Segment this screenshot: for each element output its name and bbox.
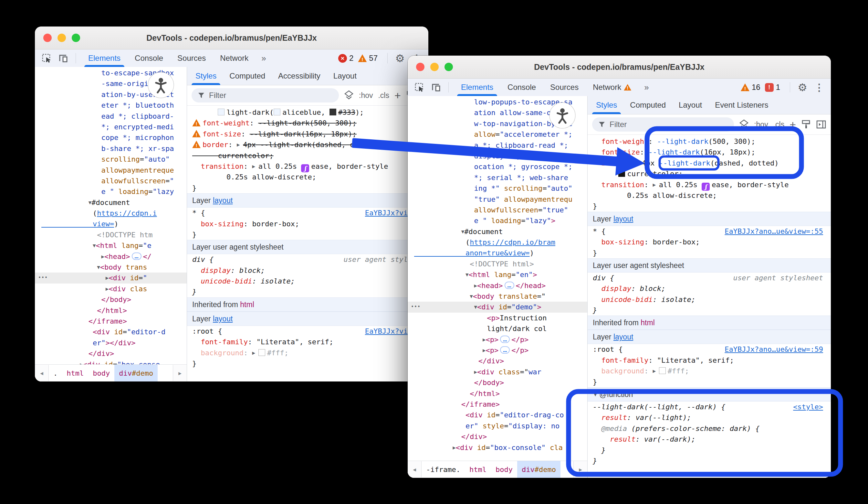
tab-layout[interactable]: Layout bbox=[672, 96, 709, 114]
titlebar[interactable]: DevTools - codepen.io/bramus/pen/EaYBJJx bbox=[35, 27, 428, 49]
stylesheet-source-link[interactable]: user agent stylesheet bbox=[733, 273, 823, 283]
section-header[interactable]: Layer user agent stylesheet bbox=[588, 258, 831, 273]
code-line[interactable]: * {EaYBJJx?view= bbox=[192, 208, 423, 218]
code-line[interactable]: ▶<p>…</p> bbox=[414, 345, 587, 356]
code-line[interactable]: ▼<body translate=" bbox=[414, 291, 587, 302]
code-line[interactable]: </body> bbox=[414, 377, 587, 388]
code-line[interactable]: er"></div> bbox=[41, 337, 187, 348]
hover-toggle[interactable]: :hov bbox=[754, 120, 768, 129]
code-line[interactable]: <div id="editor-d bbox=[41, 326, 187, 337]
tab-styles[interactable]: Styles bbox=[590, 96, 623, 114]
code-line[interactable]: result: var(--dark); bbox=[593, 434, 826, 444]
breadcrumb-item[interactable]: div#demo bbox=[517, 461, 560, 478]
titlebar[interactable]: DevTools - codepen.io/bramus/pen/EaYBJJx bbox=[408, 56, 831, 79]
code-line[interactable]: } bbox=[593, 305, 826, 315]
section-header[interactable]: Inherited from html bbox=[187, 298, 428, 312]
code-line[interactable]: } bbox=[593, 377, 826, 387]
code-line[interactable]: </iframe> bbox=[414, 399, 587, 410]
settings-gear-icon[interactable]: ⚙ bbox=[795, 80, 809, 94]
warning-count-badge[interactable]: 57 bbox=[358, 54, 378, 63]
code-line[interactable]: } bbox=[192, 358, 423, 369]
code-line[interactable]: ▼#document bbox=[414, 226, 587, 237]
tab-layout[interactable]: Layout bbox=[327, 67, 363, 85]
stylesheet-source-link[interactable]: EaYBJJx?ano…ue&view=:55 bbox=[725, 226, 823, 236]
stylesheet-source-link[interactable]: <style> bbox=[793, 402, 823, 412]
tab-sources[interactable]: Sources bbox=[543, 79, 586, 96]
code-line[interactable]: light/dark col bbox=[414, 323, 587, 334]
tab-network[interactable]: Network bbox=[213, 49, 256, 67]
code-line[interactable]: font-family: "Literata", serif; bbox=[593, 355, 826, 366]
error-count-badge[interactable]: 2 bbox=[338, 54, 353, 63]
code-line[interactable]: ▶<div clas bbox=[41, 283, 187, 294]
section-header[interactable]: Inherited from html bbox=[588, 315, 831, 330]
class-toggle[interactable]: .cls bbox=[773, 120, 785, 129]
code-line[interactable]: background: ▶ #fff; bbox=[593, 366, 826, 376]
code-line[interactable]: } bbox=[192, 229, 423, 240]
code-line[interactable]: currentcolor; bbox=[593, 169, 826, 179]
code-line[interactable]: ▶<div class="war bbox=[414, 366, 587, 377]
more-tabs-icon[interactable]: » bbox=[258, 53, 269, 63]
tab-styles[interactable]: Styles bbox=[189, 67, 223, 85]
sidebar-toggle-icon[interactable] bbox=[816, 120, 826, 129]
breadcrumb-item[interactable]: html bbox=[465, 461, 491, 478]
settings-gear-icon[interactable]: ⚙ bbox=[393, 51, 407, 65]
code-line[interactable]: allowfullscreen="true" bbox=[414, 205, 587, 215]
code-line[interactable]: 0.25s allow-discrete; bbox=[593, 190, 826, 201]
code-line[interactable]: *; encrypted-medi bbox=[41, 122, 187, 132]
tab-elements[interactable]: Elements bbox=[454, 79, 500, 96]
code-line[interactable]: div {user agent stylesi bbox=[192, 254, 423, 265]
section-header[interactable]: Layer user agent stylesheet bbox=[187, 240, 428, 254]
styles-filter-input[interactable]: Filter bbox=[192, 88, 339, 102]
code-line[interactable]: background: ▶ #fff; bbox=[192, 347, 423, 358]
code-line[interactable]: :root {EaYBJJx?view= bbox=[192, 326, 423, 336]
code-line[interactable]: display: block; bbox=[593, 283, 826, 294]
code-line[interactable]: (https://cdpn.i bbox=[41, 208, 187, 219]
code-line[interactable]: @media (prefers-color-scheme: dark) { bbox=[593, 423, 826, 434]
breadcrumb-left-arrow[interactable]: ◀ bbox=[35, 365, 49, 381]
code-line[interactable]: ▼#document bbox=[41, 197, 187, 208]
code-line[interactable]: anon=true&view=) bbox=[414, 248, 587, 258]
console-status-badges[interactable]: 161 bbox=[741, 83, 785, 92]
code-line[interactable]: } bbox=[593, 201, 826, 211]
code-line[interactable]: font-size: --light-dark(16px, 18px); bbox=[192, 129, 423, 139]
breadcrumb-right-arrow[interactable]: ▶ bbox=[173, 365, 187, 381]
breadcrumb-item[interactable]: . bbox=[49, 365, 62, 382]
code-line[interactable]: </iframe> bbox=[41, 316, 187, 326]
code-line[interactable]: } bbox=[192, 286, 423, 297]
code-line[interactable]: ••• ▶<div id=" bbox=[35, 273, 187, 283]
tab-network[interactable]: Network bbox=[586, 79, 638, 96]
code-line[interactable]: ing *" scrolling="auto" bbox=[414, 183, 587, 194]
class-toggle[interactable]: .cls bbox=[378, 91, 389, 100]
code-line[interactable]: 0.25s allow-discrete; bbox=[192, 172, 423, 182]
code-line[interactable]: transition: ▶ all 0.25s ʃease, border-st… bbox=[192, 161, 423, 172]
new-style-rule-icon[interactable]: + bbox=[789, 121, 796, 128]
tab-event-listeners[interactable]: Event Listeners bbox=[709, 96, 775, 114]
breadcrumb-item[interactable]: html bbox=[62, 365, 88, 382]
code-line[interactable]: ▼<body trans bbox=[41, 262, 187, 273]
code-line[interactable]: view=) bbox=[41, 219, 187, 229]
code-line[interactable]: transition: ▶ all 0.25s ʃease, border-st… bbox=[593, 179, 826, 190]
code-line[interactable]: </html> bbox=[414, 388, 587, 399]
code-line[interactable]: </html> bbox=[41, 305, 187, 316]
code-line[interactable]: border: ▶ 4px --light-dark(dashed, dotte… bbox=[192, 139, 423, 150]
code-line[interactable]: *; serial *; web-share bbox=[414, 172, 587, 183]
code-line[interactable]: ▶<head>…</ bbox=[41, 251, 187, 262]
code-line[interactable]: ▼<html lang="e bbox=[41, 240, 187, 251]
code-line[interactable]: box-sizing: border-box; bbox=[192, 219, 423, 229]
code-line[interactable]: "true" allowpaymentrequ bbox=[414, 194, 587, 205]
warning-count-badge[interactable]: 16 bbox=[741, 83, 761, 92]
tab-accessibility[interactable]: Accessibility bbox=[272, 67, 327, 85]
code-line[interactable]: er" style="display: no bbox=[414, 421, 587, 431]
code-line[interactable]: * {EaYBJJx?ano…ue&view=:55 bbox=[593, 226, 826, 236]
section-header[interactable]: Layer layout bbox=[588, 212, 831, 226]
code-line[interactable]: allow="accelerometer *; bbox=[414, 129, 587, 140]
code-line[interactable]: allowpaymentreque bbox=[41, 165, 187, 175]
code-line[interactable]: font-size: --light-dark(16px, 18px); bbox=[593, 147, 826, 158]
code-line[interactable]: ▶<div id="box-console" cla bbox=[414, 442, 587, 453]
code-line[interactable]: ••• ▼<div id="demo"> bbox=[408, 302, 587, 312]
code-line[interactable]: <!DOCTYPE htm bbox=[41, 230, 187, 240]
code-line[interactable]: } bbox=[192, 183, 423, 193]
element-states-icon[interactable] bbox=[344, 90, 354, 101]
code-line[interactable]: e " loading="lazy"> bbox=[414, 215, 587, 226]
code-line[interactable]: font-weight: --light-dark(500, 300); bbox=[593, 136, 826, 147]
